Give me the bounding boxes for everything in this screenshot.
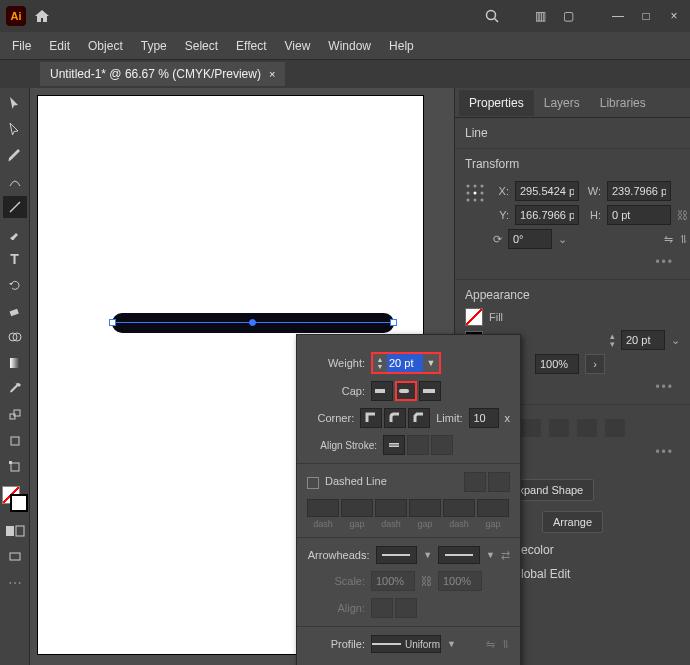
- line-segment-tool[interactable]: [3, 196, 27, 218]
- selection-tool[interactable]: [3, 92, 27, 114]
- gap-1[interactable]: [341, 499, 373, 517]
- corner-bevel[interactable]: [408, 408, 430, 428]
- cap-butt[interactable]: [371, 381, 393, 401]
- tab-libraries[interactable]: Libraries: [590, 90, 656, 116]
- corner-miter[interactable]: [360, 408, 382, 428]
- workspace-switcher-icon[interactable]: ▥: [530, 9, 550, 23]
- dash-3[interactable]: [443, 499, 475, 517]
- corner-round[interactable]: [384, 408, 406, 428]
- direct-selection-tool[interactable]: [3, 118, 27, 140]
- gap-3[interactable]: [477, 499, 509, 517]
- cap-round[interactable]: [395, 381, 417, 401]
- opacity-caret-icon[interactable]: ›: [585, 354, 605, 374]
- menu-effect[interactable]: Effect: [228, 35, 274, 57]
- profile-select[interactable]: Uniform: [371, 635, 441, 653]
- weight-field[interactable]: ▲▼ ▼: [371, 352, 441, 374]
- menu-object[interactable]: Object: [80, 35, 131, 57]
- handle-center[interactable]: [249, 319, 256, 326]
- menu-select[interactable]: Select: [177, 35, 226, 57]
- arrange-documents-icon[interactable]: ▢: [558, 9, 578, 23]
- tab-layers[interactable]: Layers: [534, 90, 590, 116]
- arrowhead-start[interactable]: [376, 546, 418, 564]
- weight-input[interactable]: [387, 354, 423, 372]
- scale-tool[interactable]: [3, 404, 27, 426]
- menu-type[interactable]: Type: [133, 35, 175, 57]
- arrowhead-end-caret-icon[interactable]: ▼: [486, 550, 495, 560]
- gradient-tool[interactable]: [3, 352, 27, 374]
- free-transform-tool[interactable]: [3, 430, 27, 452]
- weight-dropdown-icon[interactable]: ▼: [423, 354, 439, 372]
- window-close[interactable]: ×: [664, 9, 684, 23]
- profile-flip-h-icon[interactable]: ⇋: [486, 638, 495, 651]
- align-vcenter[interactable]: [577, 419, 597, 437]
- transform-more-icon[interactable]: •••: [465, 253, 680, 271]
- align-stroke-outside[interactable]: [431, 435, 453, 455]
- menu-view[interactable]: View: [277, 35, 319, 57]
- dashed-line-checkbox[interactable]: Dashed Line: [307, 475, 387, 488]
- h-input[interactable]: [607, 205, 671, 225]
- menu-window[interactable]: Window: [320, 35, 379, 57]
- w-input[interactable]: [607, 181, 671, 201]
- fill-stroke-swatches[interactable]: [2, 486, 28, 516]
- rotate-tool[interactable]: [3, 274, 27, 296]
- profile-caret-icon[interactable]: ▼: [447, 639, 456, 649]
- align-bottom[interactable]: [605, 419, 625, 437]
- limit-input[interactable]: [469, 408, 499, 428]
- arrowhead-end[interactable]: [438, 546, 480, 564]
- swap-arrowheads-icon[interactable]: ⇄: [501, 549, 510, 562]
- fill-swatch[interactable]: [465, 308, 483, 326]
- menu-help[interactable]: Help: [381, 35, 422, 57]
- svg-rect-13: [16, 526, 24, 536]
- arrow-scale-label: Scale:: [307, 575, 365, 587]
- type-tool[interactable]: T: [3, 248, 27, 270]
- rotate-input[interactable]: [508, 229, 552, 249]
- handle-right[interactable]: [390, 319, 397, 326]
- flip-vertical-icon[interactable]: ⥮: [679, 233, 688, 246]
- stroke-weight-input[interactable]: [621, 330, 665, 350]
- shape-builder-tool[interactable]: [3, 326, 27, 348]
- artboard-tool[interactable]: [3, 456, 27, 478]
- align-stroke-center[interactable]: [383, 435, 405, 455]
- draw-mode[interactable]: [3, 520, 27, 542]
- tab-properties[interactable]: Properties: [459, 90, 534, 116]
- align-right[interactable]: [521, 419, 541, 437]
- stroke-weight-stepper[interactable]: ▴▾: [610, 332, 615, 348]
- home-icon[interactable]: [34, 8, 50, 24]
- gap-2[interactable]: [409, 499, 441, 517]
- y-input[interactable]: [515, 205, 579, 225]
- weight-stepper-icon[interactable]: ▲▼: [373, 354, 387, 372]
- pen-tool[interactable]: [3, 144, 27, 166]
- search-icon[interactable]: [484, 8, 500, 24]
- curvature-tool[interactable]: [3, 170, 27, 192]
- link-wh-icon[interactable]: ⛓: [677, 209, 688, 221]
- arrange-button[interactable]: Arrange: [542, 511, 603, 533]
- eraser-tool[interactable]: [3, 300, 27, 322]
- screen-mode[interactable]: [3, 546, 27, 568]
- stroke-weight-caret-icon[interactable]: ⌄: [671, 334, 680, 347]
- reference-point-icon[interactable]: [465, 183, 485, 203]
- window-maximize[interactable]: □: [636, 9, 656, 23]
- window-minimize[interactable]: —: [608, 9, 628, 23]
- dash-preserve-exact[interactable]: [464, 472, 486, 492]
- flip-horizontal-icon[interactable]: ⇋: [664, 233, 673, 246]
- svg-line-2: [10, 202, 20, 212]
- eyedropper-tool[interactable]: [3, 378, 27, 400]
- align-top[interactable]: [549, 419, 569, 437]
- menu-file[interactable]: File: [4, 35, 39, 57]
- edit-toolbar[interactable]: ⋯: [3, 572, 27, 594]
- document-tab[interactable]: Untitled-1* @ 66.67 % (CMYK/Preview) ×: [40, 62, 285, 86]
- cap-projecting[interactable]: [419, 381, 441, 401]
- dash-align-corners[interactable]: [488, 472, 510, 492]
- document-tab-close[interactable]: ×: [269, 68, 275, 80]
- menu-edit[interactable]: Edit: [41, 35, 78, 57]
- align-stroke-inside[interactable]: [407, 435, 429, 455]
- dash-1[interactable]: [307, 499, 339, 517]
- arrowhead-start-caret-icon[interactable]: ▼: [423, 550, 432, 560]
- dash-2[interactable]: [375, 499, 407, 517]
- opacity-input[interactable]: [535, 354, 579, 374]
- paintbrush-tool[interactable]: [3, 222, 27, 244]
- profile-flip-v-icon[interactable]: ⥮: [501, 638, 510, 651]
- handle-left[interactable]: [109, 319, 116, 326]
- x-input[interactable]: [515, 181, 579, 201]
- rotate-caret-icon[interactable]: ⌄: [558, 233, 567, 246]
